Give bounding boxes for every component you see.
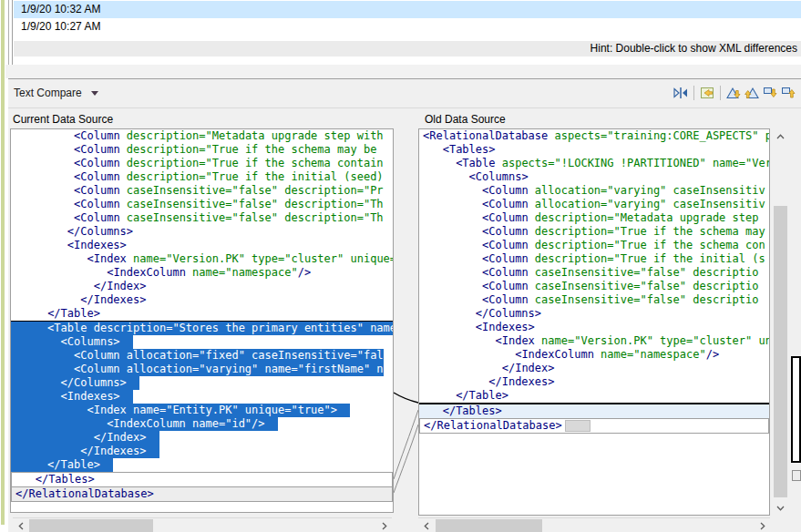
code-line: </Index> <box>11 280 393 293</box>
swap-left-and-right-icon[interactable] <box>672 84 690 102</box>
change-box <box>565 420 590 432</box>
left-horizontal-scrollbar[interactable] <box>13 517 392 532</box>
code-line: <Column description="True if the schema … <box>419 239 769 252</box>
compare-editor-screen: 1/9/20 10:32 AM 1/9/20 10:27 AM Hint: Do… <box>0 0 801 532</box>
go-to-next-difference-icon[interactable] <box>724 84 743 102</box>
left-horizontal-scrollbar-thumb[interactable] <box>29 519 153 532</box>
code-line-selected: <Indexes> <box>11 390 393 404</box>
current-diff-marker[interactable] <box>791 356 801 463</box>
toolbar-icon-group <box>672 84 797 102</box>
code-line-selected: <IndexColumn name="id"/> <box>11 417 393 431</box>
scroll-up-arrow-icon[interactable] <box>773 128 788 144</box>
code-line: <Column caseInsensitive="false" descript… <box>11 184 393 198</box>
diff-marker[interactable] <box>792 470 801 481</box>
code-line: <Column caseInsensitive="false" descript… <box>419 266 769 280</box>
code-line: </Columns> <box>419 307 769 321</box>
right-pane-title: Old Data Source <box>425 113 506 126</box>
code-line: <IndexColumn name="namespace"/> <box>419 348 769 362</box>
go-to-previous-difference-icon[interactable] <box>743 84 761 102</box>
dropdown-caret-icon <box>91 91 98 96</box>
code-line: <Index name="Version.PK" type="cluster" … <box>11 252 393 266</box>
code-line: <Columns> <box>419 170 769 184</box>
vertical-scrollbar[interactable] <box>773 128 788 516</box>
code-line-selected: </Columns> <box>11 376 393 390</box>
code-line: </Table> <box>419 389 769 403</box>
hint-text: Hint: Double-click to show XML differenc… <box>14 41 801 56</box>
right-horizontal-scrollbar[interactable] <box>418 517 770 532</box>
right-reldb-close-row: </RelationalDatabase> <box>419 418 769 434</box>
window-edge-strip <box>1 0 5 525</box>
history-list: 1/9/20 10:32 AM 1/9/20 10:27 AM Hint: Do… <box>12 0 801 66</box>
code-line: <Column description="True if the initial… <box>11 170 393 184</box>
code-line-selected: </Table> <box>11 458 393 472</box>
code-line-selected: <Columns> <box>11 335 393 349</box>
scroll-right-arrow-icon[interactable] <box>376 518 392 532</box>
left-tables-close-row: </Tables> <box>11 472 393 487</box>
scroll-down-arrow-icon[interactable] <box>773 500 788 516</box>
code-line-selected: <Column allocation="fixed" caseInsensiti… <box>11 349 393 363</box>
left-selected-block: <Table description="Stores the primary e… <box>11 321 393 473</box>
code-line: <Column description="True if the initial… <box>419 252 769 266</box>
scroll-left-arrow-icon[interactable] <box>13 518 28 532</box>
code-line-selected: </Indexes> <box>11 445 393 458</box>
code-line: </Table> <box>11 307 393 321</box>
right-editor[interactable]: <RelationalDatabase aspects="training:CO… <box>418 128 770 516</box>
code-line: <Column description="Metadata upgrade st… <box>419 211 769 225</box>
history-row-selected[interactable]: 1/9/20 10:32 AM <box>14 1 801 18</box>
left-pane-title: Current Data Source <box>13 113 113 126</box>
code-line: <Indexes> <box>11 239 393 252</box>
code-line-selected: <Index name="Entity.PK" unique="true"> <box>11 404 393 417</box>
copy-all-from-right-to-left-icon[interactable] <box>698 84 716 102</box>
left-code-before: <Column description="Metadata upgrade st… <box>11 129 393 321</box>
code-line: <Column description="Metadata upgrade st… <box>11 129 393 143</box>
code-line: </Indexes> <box>11 293 393 307</box>
right-tables-close-row: </Tables> <box>419 404 769 419</box>
scroll-left-arrow-icon[interactable] <box>418 518 434 532</box>
code-line: <Column caseInsensitive="false" descript… <box>11 198 393 211</box>
code-line: <IndexColumn name="namespace"/> <box>11 266 393 280</box>
code-line: <Table aspects="!LOCKING !PARTITIONED" n… <box>419 157 769 170</box>
code-line: </Indexes> <box>419 375 769 389</box>
code-line: </Columns> <box>11 225 393 239</box>
right-code-lines: <RelationalDatabase aspects="training:CO… <box>419 129 769 403</box>
text-compare-label: Text Compare <box>14 87 82 99</box>
code-line: <Column caseInsensitive="false" descript… <box>419 280 769 293</box>
code-line: <Column description="True if the schema … <box>419 225 769 239</box>
code-line: <Column allocation="varying" caseInsensi… <box>419 184 769 198</box>
code-line-selected: <Column allocation="varying" name="first… <box>11 363 393 376</box>
left-reldb-close-row: </RelationalDatabase> <box>11 486 393 502</box>
go-to-previous-change-icon[interactable] <box>779 84 797 102</box>
code-line: <Column description="True if the schema … <box>11 143 393 157</box>
right-horizontal-scrollbar-thumb[interactable] <box>436 519 542 532</box>
code-line: <Column description="True if the schema … <box>11 157 393 170</box>
code-line: </Index> <box>419 362 769 375</box>
compare-toolbar: Text Compare <box>8 79 801 108</box>
code-line: <Tables> <box>419 143 769 157</box>
scroll-right-arrow-icon[interactable] <box>755 518 770 532</box>
text-compare-viewer: Text Compare Current Data Source Old Dat… <box>8 78 801 532</box>
code-line: <Index name="Version.PK" type="cluster" … <box>419 334 769 348</box>
code-line: <RelationalDatabase aspects="training:CO… <box>419 129 769 143</box>
overview-ruler[interactable] <box>790 128 801 516</box>
code-line: <Indexes> <box>419 321 769 334</box>
vertical-scrollbar-thumb[interactable] <box>774 206 787 497</box>
diff-connector-lines <box>394 128 418 516</box>
toolbar-separator <box>693 86 694 100</box>
history-row[interactable]: 1/9/20 10:27 AM <box>14 18 801 36</box>
code-line-selected: </Index> <box>11 431 393 445</box>
text-compare-dropdown[interactable]: Text Compare <box>14 87 98 99</box>
code-line: <Column allocation="varying" caseInsensi… <box>419 198 769 211</box>
toolbar-separator <box>720 86 721 100</box>
code-line-selected: <Table description="Stores the primary e… <box>11 322 393 335</box>
left-editor[interactable]: <Column description="Metadata upgrade st… <box>10 128 394 513</box>
code-line: <Column caseInsensitive="false" descript… <box>11 211 393 225</box>
code-line: <Column caseInsensitive="false" descript… <box>419 293 769 307</box>
go-to-next-change-icon[interactable] <box>761 84 779 102</box>
panel-gap <box>5 65 801 78</box>
